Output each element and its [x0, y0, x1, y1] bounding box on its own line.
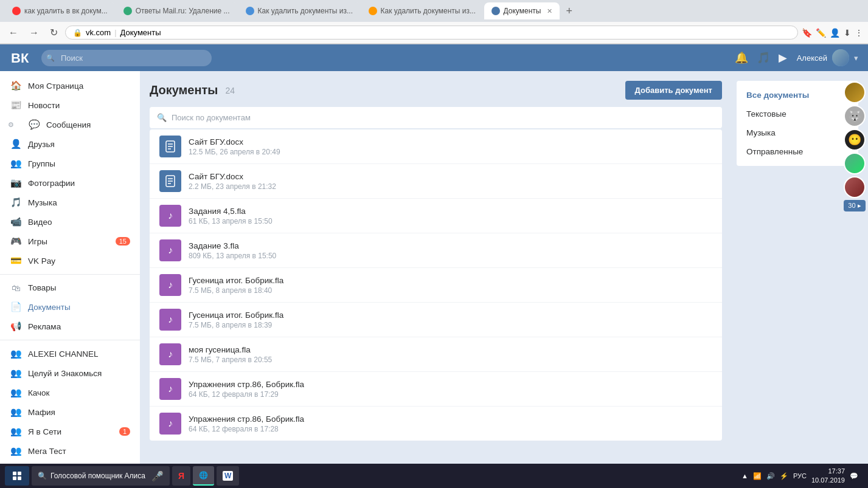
doc-name-3: Задания 4,5.fla [189, 207, 712, 216]
doc-info-3: Задания 4,5.fla 61 КБ, 13 апреля в 15:50 [189, 207, 712, 225]
right-avatar-4[interactable] [844, 153, 866, 174]
doc-item-5[interactable]: ♪ Гусеница итог. Бобрик.fla 7.5 МБ, 8 ап… [150, 268, 722, 303]
extensions-button[interactable]: ✏️ [816, 28, 826, 38]
messages-icon: 💬 [28, 119, 40, 130]
search-icon: 🔍 [38, 472, 47, 480]
sidebar-item-vkpay[interactable]: 💳 VK Pay [0, 251, 140, 270]
sidebar-item-market[interactable]: 🛍 Товары [0, 278, 140, 297]
tab-3[interactable]: Как удалить документы из... [238, 2, 360, 19]
user-dropdown-icon: ▾ [854, 53, 858, 63]
vk-user-menu[interactable]: Алексей ▾ [797, 49, 858, 66]
sidebar-item-ya-v-seti[interactable]: 👥 Я в Сети 1 [0, 422, 140, 441]
content-wrap: Документы 24 Добавить документ 🔍 [150, 81, 858, 441]
doc-icon-5: ♪ [159, 274, 181, 296]
menu-button[interactable]: ⋮ [855, 28, 863, 38]
back-button[interactable]: ← [5, 26, 22, 40]
filter-all-docs[interactable]: Все документы [737, 86, 858, 105]
tab-5[interactable]: Документы ✕ [484, 2, 560, 19]
sidebar-item-messages[interactable]: ⚙ 💬 Сообщения [0, 115, 140, 134]
filter-sent-docs[interactable]: Отправленные [737, 142, 858, 161]
new-tab-button[interactable]: + [561, 5, 577, 18]
sidebar-label-my-page: Моя Страница [28, 81, 83, 91]
vk-app: ВК 🔔 🎵 ▶ Алексей ▾ 🏠 Моя Страни [0, 44, 868, 488]
filter-text-docs[interactable]: Текстовые [737, 105, 858, 123]
doc-item-6[interactable]: ♪ Гусеница итог. Бобрик.fla 7.5 МБ, 8 ап… [150, 303, 722, 337]
news-icon: 📰 [10, 100, 22, 111]
volume-icon: 🔊 [766, 472, 775, 480]
channel-icon: 👥 [10, 348, 22, 359]
tab-2[interactable]: Ответы Mail.ru: Удаление ... [116, 2, 237, 19]
tab-4[interactable]: Как удалить документы из... [361, 2, 483, 19]
tab-favicon-2 [123, 7, 132, 15]
refresh-button[interactable]: ↻ [46, 26, 61, 40]
sidebar-item-groups[interactable]: 👥 Группы [0, 154, 140, 173]
taskbar-search[interactable]: 🔍 Голосовой помощник Алиса 🎤 [32, 466, 170, 486]
vk-search-input[interactable] [41, 50, 212, 66]
taskbar-word[interactable]: W [217, 466, 239, 486]
svg-rect-11 [13, 472, 16, 475]
right-avatar-3[interactable]: 😶 [844, 129, 866, 151]
music-icon[interactable]: 🎵 [757, 51, 770, 64]
sidebar-label-vkpay: VK Pay [28, 256, 55, 266]
network-icon: 📶 [753, 472, 762, 480]
sidebar-item-alexei-channel[interactable]: 👥 ALEXEI CHANNEL [0, 344, 140, 363]
tab-close-5[interactable]: ✕ [547, 7, 552, 15]
games-badge: 15 [116, 237, 130, 246]
taskbar-browser[interactable]: 🌐 [193, 466, 214, 486]
word-taskbar-icon: W [223, 471, 233, 481]
video-sidebar-icon: 📹 [10, 216, 22, 227]
sidebar-item-friends[interactable]: 👤 Друзья [0, 134, 140, 154]
arrow-up-icon[interactable]: ▲ [741, 472, 748, 479]
header-icons: 🔔 🎵 ▶ [735, 51, 787, 64]
download-button[interactable]: ⬇ [844, 28, 851, 38]
right-avatar-count[interactable]: 30 ▸ [844, 200, 866, 211]
start-button[interactable] [5, 466, 29, 486]
doc-item-8[interactable]: ♪ Упражнения стр.86, Бобрик.fla 64 КБ, 1… [150, 372, 722, 407]
sidebar-item-news[interactable]: 📰 Новости [0, 95, 140, 115]
doc-item-9[interactable]: ♪ Упражнения стр.86, Бобрик.fla 64 КБ, 1… [150, 407, 722, 441]
sidebar-item-music[interactable]: 🎵 Музыка [0, 193, 140, 212]
address-bar[interactable]: 🔒 vk.com | Документы [65, 26, 798, 40]
notifications-taskbar-icon[interactable]: 💬 [850, 472, 858, 480]
sidebar-label-friends: Друзья [28, 140, 55, 149]
bookmarks-button[interactable]: 🔖 [802, 28, 812, 38]
sidebar-item-kachok[interactable]: 👥 Качок [0, 383, 140, 402]
sidebar-item-mafia[interactable]: 👥 Мафия [0, 402, 140, 422]
current-date: 10.07.2019 [811, 476, 845, 485]
sidebar-item-video[interactable]: 📹 Видео [0, 212, 140, 232]
doc-info-1: Сайт БГУ.docx 12.5 МБ, 26 апреля в 20:49 [189, 137, 712, 156]
doc-item-7[interactable]: ♪ моя гусеница.fla 7.5 МБ, 7 апреля в 20… [150, 337, 722, 372]
sidebar-item-celuy[interactable]: 👥 Целуй и Знакомься [0, 363, 140, 383]
add-document-button[interactable]: Добавить документ [625, 81, 722, 100]
doc-item-4[interactable]: ♪ Задание 3.fla 809 КБ, 13 апреля в 15:5… [150, 233, 722, 268]
filter-music-docs[interactable]: Музыка [737, 123, 858, 142]
vk-logo[interactable]: ВК [10, 47, 32, 69]
music-sidebar-icon: 🎵 [10, 197, 22, 208]
right-avatar-1[interactable] [844, 81, 866, 103]
gear-sidebar-icon: ⚙ [5, 121, 17, 129]
tab-1[interactable]: как удалить в вк докум... [5, 2, 115, 19]
doc-item-1[interactable]: Сайт БГУ.docx 12.5 МБ, 26 апреля в 20:49 [150, 129, 722, 164]
sidebar-item-games[interactable]: 🎮 Игры 15 [0, 232, 140, 251]
sidebar-item-docs[interactable]: 📄 Документы [0, 297, 140, 317]
notifications-icon[interactable]: 🔔 [735, 51, 748, 64]
forward-button[interactable]: → [26, 26, 43, 40]
doc-meta-1: 12.5 МБ, 26 апреля в 20:49 [189, 148, 712, 156]
docs-search-input[interactable] [172, 107, 715, 128]
sidebar-item-photos[interactable]: 📷 Фотографии [0, 173, 140, 193]
sidebar-item-my-page[interactable]: 🏠 Моя Страница [0, 76, 140, 95]
docs-list: Сайт БГУ.docx 12.5 МБ, 26 апреля в 20:49… [150, 129, 722, 441]
account-button[interactable]: 👤 [830, 28, 840, 38]
doc-item-3[interactable]: ♪ Задания 4,5.fla 61 КБ, 13 апреля в 15:… [150, 199, 722, 233]
doc-item-2[interactable]: Сайт БГУ.docx 2.2 МБ, 23 апреля в 21:32 [150, 164, 722, 199]
sidebar-item-ads[interactable]: 📢 Реклама [0, 317, 140, 336]
sidebar-item-mega-test[interactable]: 👥 Мега Тест [0, 441, 140, 461]
right-avatar-5[interactable] [844, 176, 866, 198]
video-icon[interactable]: ▶ [779, 51, 787, 64]
doc-name-5: Гусеница итог. Бобрик.fla [189, 276, 712, 285]
sidebar-label-news: Новости [28, 101, 60, 110]
right-avatar-2[interactable]: 🐺 [844, 105, 866, 127]
sidebar-label-mega-test: Мега Тест [28, 447, 66, 456]
doc-meta-2: 2.2 МБ, 23 апреля в 21:32 [189, 182, 712, 191]
taskbar-yandex[interactable]: Я [172, 466, 190, 486]
